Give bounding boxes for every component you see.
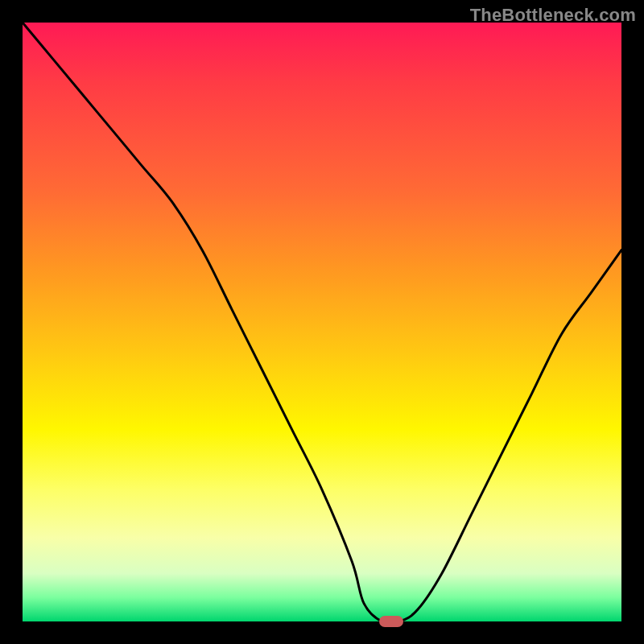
chart-frame: TheBottleneck.com [0, 0, 644, 644]
curve-path [23, 23, 621, 623]
bottleneck-curve [23, 23, 621, 621]
plot-area [23, 23, 621, 621]
optimal-marker [379, 616, 403, 627]
